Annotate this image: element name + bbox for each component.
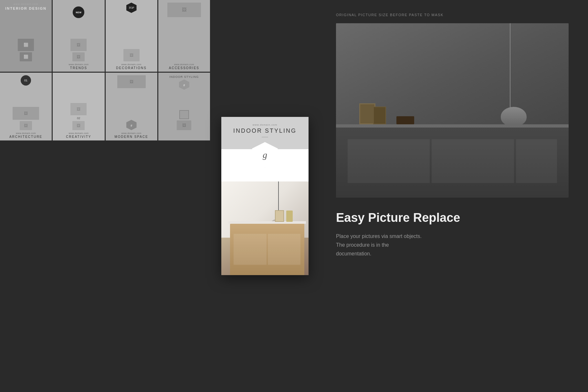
thumb-label-2: TRENDS	[70, 66, 87, 70]
prev-counter	[336, 124, 569, 198]
preview-interior	[336, 23, 569, 198]
thumb-img-arch2: 🖼	[20, 121, 32, 130]
thumb-label-4: ACCESSORIES	[169, 66, 199, 70]
caption-line-2: The procedure is in the	[336, 242, 389, 248]
grid-row-2: 01 🖼 🖼 www.domain.com ARCHITECTURE	[0, 73, 210, 140]
num-02: 02	[77, 117, 80, 120]
thumb-img-4: 🖼	[167, 3, 201, 17]
interior-countertop	[228, 221, 306, 224]
left-panel: www.domain.com INTERIOR DESIGN ⬜ ⬜	[0, 0, 210, 392]
thumb-hex-mod: g	[126, 120, 137, 130]
thumb-img-3: 🖼	[123, 49, 140, 61]
prev-box	[396, 116, 414, 124]
thumb-label-indoor: INDOOR STYLING	[169, 75, 199, 78]
thumb-architecture[interactable]: 01 🖼 🖼 www.domain.com ARCHITECTURE	[0, 73, 52, 140]
thumb-img-creat: 🖼	[70, 103, 87, 115]
thumb-img-indoor: 🖼	[177, 120, 191, 130]
card-hex-logo: g	[252, 142, 278, 168]
middle-panel: www.domain.com INDOOR STYLING g	[213, 0, 317, 392]
frame-obj	[275, 210, 284, 222]
featured-card: www.domain.com INDOOR STYLING g	[221, 117, 309, 275]
thumb-creativity[interactable]: 🖼 02 🖼 www.domain.com CREATIVITY	[53, 73, 104, 140]
thumb-url-3: www.domain.com	[121, 63, 142, 66]
thumb-label-mod: MODERN SPACE	[114, 135, 148, 139]
card-url: www.domain.com	[228, 123, 302, 126]
thumb-label-3: DECORATIONS	[116, 66, 147, 70]
thumb-url-2: www.domain.com	[68, 63, 89, 66]
card-divider	[262, 137, 268, 137]
thumb-num-01: 01	[21, 75, 31, 86]
thumb-decorations[interactable]: TOP 🖼 www.domain.com DECORATIONS	[106, 0, 157, 72]
thumb-label-creat: CREATIVITY	[66, 135, 91, 139]
thumb-img-2: 🖼	[70, 39, 87, 51]
caption-text: Place your pictures via smart objects. T…	[336, 232, 569, 258]
thumb-url-mod: www.domain.com	[121, 132, 142, 134]
thumb-img-mod: 🖼	[117, 75, 146, 88]
info-label: ORIGINAL PICTURE SIZE BEFORE PASTE TO MA…	[336, 13, 569, 17]
thumb-img-1: ⬜	[18, 39, 34, 51]
thumb-url-arch: www.domain.com	[16, 132, 36, 134]
prev-countertop	[336, 124, 569, 128]
prev-cord	[510, 23, 510, 119]
caption-section: Easy Picture Replace Place your pictures…	[336, 211, 569, 258]
thumb-img-1b: ⬜	[20, 52, 32, 61]
caption-line-3: documentation.	[336, 251, 371, 256]
thumb-accessories[interactable]: 🖼 www.domain.com ACCESSORIES	[158, 0, 210, 72]
plant-vase	[286, 211, 293, 222]
thumb-label-arch: ARCHITECTURE	[9, 135, 42, 139]
thumb-rect-indoor	[179, 110, 189, 119]
caption-line-1: Place your pictures via smart objects.	[336, 233, 422, 239]
thumb-img-2b: 🖼	[72, 52, 85, 61]
caption-title: Easy Picture Replace	[336, 211, 569, 225]
thumb-url-creat: www.domain.com	[68, 132, 89, 134]
card-top-section: www.domain.com INDOOR STYLING g	[221, 117, 309, 181]
thumb-indoor-styling[interactable]: INDOOR STYLING g 🖼	[158, 73, 210, 140]
thumb-img-arch: 🖼	[13, 107, 39, 120]
prev-lamp	[501, 107, 527, 126]
thumb-badge-new: NEW	[73, 6, 84, 18]
thumb-url-1: www.domain.com	[14, 3, 38, 5]
thumb-modern-space[interactable]: 🖼 g www.domain.com MODERN SPACE	[106, 73, 157, 140]
thumb-hex-indoor: g	[179, 79, 189, 90]
thumb-url-4: www.domain.com	[174, 63, 194, 66]
thumb-img-creat2: 🖼	[72, 121, 85, 130]
thumb-interior-design[interactable]: www.domain.com INTERIOR DESIGN ⬜ ⬜	[0, 0, 52, 72]
preview-image	[336, 23, 569, 198]
thumb-trends[interactable]: NEW 🖼 🖼 www.domain.com TRENDS	[53, 0, 104, 72]
right-panel: ORIGINAL PICTURE SIZE BEFORE PASTE TO MA…	[317, 0, 588, 392]
card-title: INDOOR STYLING	[228, 128, 302, 134]
grid-row-1: www.domain.com INTERIOR DESIGN ⬜ ⬜	[0, 0, 210, 72]
thumb-hex-top: TOP	[126, 3, 137, 13]
interior-cabinet	[230, 224, 304, 275]
prev-frame2	[373, 107, 386, 124]
card-photo	[221, 181, 309, 275]
thumb-label-1: INTERIOR DESIGN	[5, 6, 47, 10]
